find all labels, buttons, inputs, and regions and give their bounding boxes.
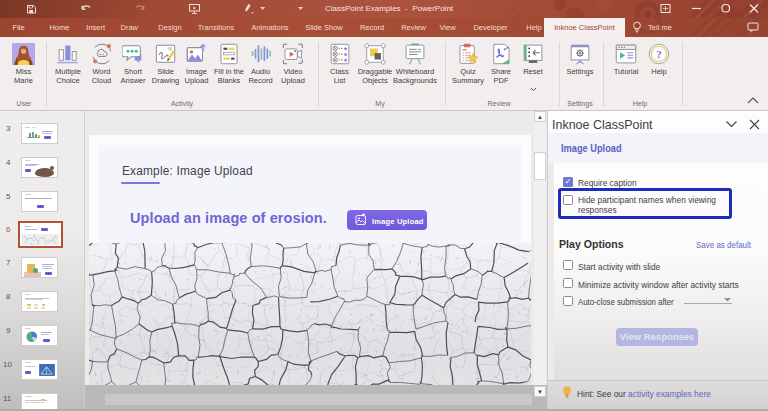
svg-text:?: ? <box>656 48 662 60</box>
svg-text:Image Upload: Image Upload <box>372 217 424 226</box>
